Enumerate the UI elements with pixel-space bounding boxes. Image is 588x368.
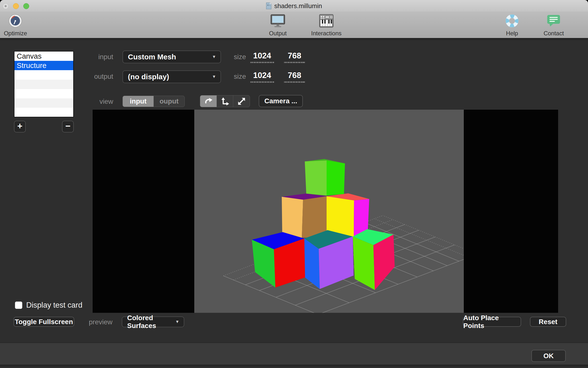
cube-face-left bbox=[282, 197, 303, 238]
toolbar-item-output[interactable]: Output bbox=[269, 13, 287, 37]
output-height-value: 768 bbox=[288, 71, 301, 80]
move-icon bbox=[221, 97, 229, 105]
titlebar: shaders.millumin bbox=[0, 0, 588, 12]
view-label: view bbox=[76, 98, 113, 105]
view-segment-input[interactable]: input bbox=[123, 96, 154, 107]
input-width-value: 1024 bbox=[253, 51, 271, 60]
output-label: output bbox=[76, 73, 113, 80]
cube-middle-right bbox=[327, 193, 369, 237]
structure-3d-scene bbox=[194, 110, 464, 313]
toolbar-item-interactions[interactable]: Interactions bbox=[311, 13, 342, 37]
cube-face-left bbox=[305, 160, 327, 196]
chevron-down-icon: ▼ bbox=[212, 74, 216, 79]
viewport-3d-view[interactable] bbox=[194, 110, 464, 313]
input-label: input bbox=[76, 53, 113, 61]
cube-face-right bbox=[302, 196, 327, 238]
rotate-icon bbox=[204, 97, 213, 105]
cube-top bbox=[305, 159, 345, 196]
input-source-value: Custom Mesh bbox=[123, 53, 176, 61]
output-height-field[interactable]: 768 bbox=[284, 71, 305, 83]
display-test-card-checkbox[interactable] bbox=[15, 302, 22, 309]
layer-row-empty[interactable] bbox=[14, 80, 73, 89]
window-chrome: shaders.millumin Optimize bbox=[0, 0, 588, 39]
cube-middle-left bbox=[282, 194, 327, 238]
toolbar-item-help[interactable]: Help bbox=[505, 13, 519, 37]
input-height-field[interactable]: 768 bbox=[284, 51, 305, 63]
width-scrubber[interactable] bbox=[250, 62, 274, 63]
height-scrubber[interactable] bbox=[284, 81, 305, 83]
chevron-down-icon: ▼ bbox=[212, 54, 216, 59]
output-display-value: (no display) bbox=[123, 73, 169, 81]
layer-row-canvas[interactable]: Canvas bbox=[14, 52, 73, 61]
layer-row-structure[interactable]: Structure bbox=[14, 61, 73, 70]
remove-layer-button[interactable]: − bbox=[62, 121, 74, 132]
scale-icon bbox=[238, 97, 245, 105]
layer-row-empty[interactable] bbox=[14, 98, 73, 108]
toggle-fullscreen-button[interactable]: Toggle Fullscreen bbox=[13, 317, 74, 327]
height-scrubber[interactable] bbox=[284, 62, 305, 63]
toolbar-label: Output bbox=[269, 30, 287, 37]
gauge-icon bbox=[9, 13, 22, 28]
content-top-shade bbox=[0, 39, 588, 40]
input-width-field[interactable]: 1024 bbox=[250, 51, 274, 63]
toolbar-label: Help bbox=[506, 30, 518, 37]
chevron-down-icon: ▼ bbox=[175, 319, 179, 324]
layer-list: Canvas Structure bbox=[14, 51, 74, 117]
output-display-dropdown[interactable]: (no display) ▼ bbox=[122, 70, 221, 83]
reset-button[interactable]: Reset bbox=[530, 317, 566, 327]
output-width-value: 1024 bbox=[253, 71, 271, 80]
window-title: shaders.millumin bbox=[274, 2, 322, 10]
camera-button[interactable]: Camera ... bbox=[259, 95, 303, 107]
input-source-dropdown[interactable]: Custom Mesh ▼ bbox=[122, 51, 221, 63]
document-icon bbox=[266, 2, 272, 9]
layer-row-empty[interactable] bbox=[14, 70, 73, 79]
millumin-mapping-window: shaders.millumin Optimize bbox=[0, 0, 588, 368]
toolbar-label: Interactions bbox=[311, 30, 342, 37]
life-ring-icon bbox=[505, 13, 519, 28]
toolbar-item-contact[interactable]: Contact bbox=[544, 13, 564, 37]
view-segment-ouput[interactable]: ouput bbox=[154, 96, 184, 107]
scale-tool-button[interactable] bbox=[233, 95, 250, 107]
preview-mode-value: Colored Surfaces bbox=[122, 314, 184, 330]
midi-keyboard-icon bbox=[319, 13, 333, 28]
move-tool-button[interactable] bbox=[217, 95, 233, 107]
monitor-icon bbox=[270, 13, 285, 28]
toolbar-item-optimize[interactable]: Optimize bbox=[4, 13, 27, 37]
mapping-viewport[interactable] bbox=[93, 110, 558, 313]
window-bottom-edge bbox=[0, 365, 588, 367]
preview-mode-dropdown[interactable]: Colored Surfaces ▼ bbox=[122, 316, 184, 327]
input-height-value: 768 bbox=[288, 51, 301, 60]
toolbar-label: Contact bbox=[544, 30, 564, 37]
output-size-label: size bbox=[217, 73, 246, 80]
display-test-card-row: Display test card bbox=[15, 301, 82, 310]
cube-bottom-middle bbox=[304, 230, 354, 289]
output-width-field[interactable]: 1024 bbox=[250, 71, 274, 83]
view-mode-segmented-control: input ouput bbox=[122, 96, 185, 107]
auto-place-points-button[interactable]: Auto Place Points bbox=[463, 317, 521, 327]
preview-label: preview bbox=[76, 318, 112, 326]
footer-bar: OK bbox=[0, 342, 588, 367]
display-test-card-label: Display test card bbox=[26, 301, 82, 310]
layer-row-empty[interactable] bbox=[14, 108, 73, 117]
cube-bottom-right bbox=[353, 229, 395, 290]
input-size-label: size bbox=[217, 53, 246, 61]
ok-button[interactable]: OK bbox=[531, 350, 566, 362]
cube-face-right bbox=[327, 160, 345, 196]
chat-bubble-icon bbox=[547, 13, 561, 28]
width-scrubber[interactable] bbox=[250, 81, 274, 83]
rotate-tool-button[interactable] bbox=[200, 95, 217, 107]
layer-row-empty[interactable] bbox=[14, 89, 73, 98]
transform-tool-segmented-control bbox=[200, 95, 250, 107]
add-layer-button[interactable]: + bbox=[14, 121, 26, 132]
toolbar-label: Optimize bbox=[4, 30, 27, 37]
